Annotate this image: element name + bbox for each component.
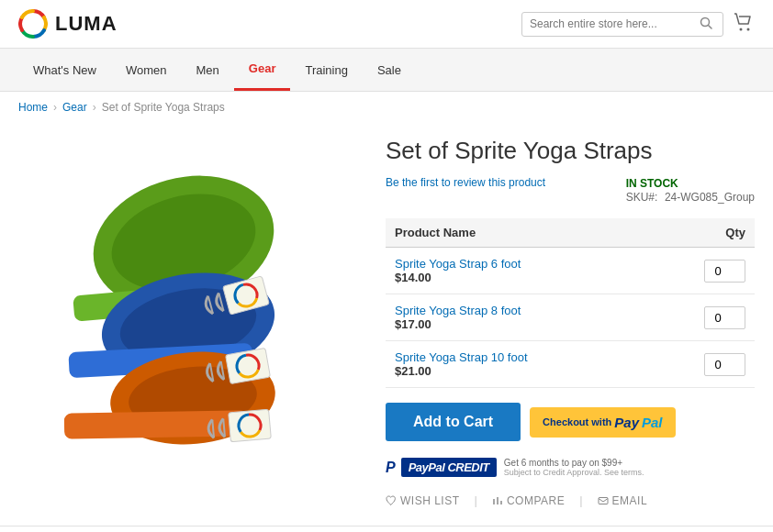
- review-link[interactable]: Be the first to review this product: [386, 176, 545, 189]
- navigation: What's New Women Men Gear Training Sale: [0, 49, 773, 92]
- action-buttons: Add to Cart Checkout with PayPal: [386, 403, 755, 441]
- product-name-cell-2: Sprite Yoga Strap 10 foot $21.00: [386, 341, 650, 388]
- cart-icon: [733, 11, 755, 33]
- logo[interactable]: LUMA: [18, 9, 118, 39]
- heart-icon: [386, 495, 397, 506]
- sku-value: 24-WG085_Group: [665, 191, 755, 204]
- wish-list-link[interactable]: WISH LIST: [386, 494, 460, 507]
- add-to-cart-button[interactable]: Add to Cart: [386, 403, 521, 441]
- search-button[interactable]: [700, 17, 712, 32]
- breadcrumb-current: Set of Sprite Yoga Straps: [102, 101, 225, 114]
- col-qty: Qty: [650, 218, 755, 248]
- qty-cell-2: [650, 341, 755, 388]
- paypal-credit-p-icon: P: [386, 460, 396, 476]
- svg-rect-29: [599, 497, 608, 504]
- product-title: Set of Sprite Yoga Straps: [386, 137, 755, 165]
- table-row: Sprite Yoga Strap 10 foot $21.00: [386, 341, 755, 388]
- email-label: EMAIL: [612, 494, 648, 507]
- product-image: [18, 132, 330, 462]
- cart-button[interactable]: [733, 11, 755, 38]
- svg-point-3: [740, 28, 743, 30]
- compare-icon: [492, 495, 503, 506]
- product-price-1: $17.00: [395, 317, 641, 331]
- paypal-credit-badge: PayPal CREDIT: [401, 458, 497, 477]
- nav-item-men[interactable]: Men: [182, 50, 234, 90]
- in-stock-badge: IN STOCK: [626, 177, 678, 190]
- product-name-link-2[interactable]: Sprite Yoga Strap 10 foot: [395, 350, 641, 364]
- paypal-checkout-button[interactable]: Checkout with PayPal: [530, 407, 675, 438]
- stock-sku-area: IN STOCK SKU#: 24-WG085_Group: [626, 176, 755, 204]
- product-name-link-0[interactable]: Sprite Yoga Strap 6 foot: [395, 257, 641, 271]
- header: LUMA: [0, 0, 773, 49]
- product-table: Product Name Qty Sprite Yoga Strap 6 foo…: [386, 218, 755, 388]
- breadcrumb-gear[interactable]: Gear: [62, 101, 87, 114]
- breadcrumb-sep-1: ›: [53, 101, 57, 114]
- header-right: [521, 11, 755, 38]
- sku-label: SKU#:: [626, 191, 658, 204]
- product-table-body: Sprite Yoga Strap 6 foot $14.00 Sprite Y…: [386, 248, 755, 388]
- product-info: Set of Sprite Yoga Straps Be the first t…: [386, 132, 755, 507]
- luma-logo-icon: [18, 9, 48, 39]
- breadcrumb-sep-2: ›: [93, 101, 96, 114]
- breadcrumb: Home › Gear › Set of Sprite Yoga Straps: [0, 92, 773, 123]
- email-icon: [598, 495, 609, 506]
- paypal-logo-2: Pal: [642, 415, 663, 430]
- svg-rect-18: [226, 348, 271, 383]
- table-header: Product Name Qty: [386, 218, 755, 248]
- paypal-credit-logo-area: P PayPal CREDIT: [386, 458, 497, 477]
- search-box: [521, 12, 723, 37]
- product-tabs: Details More Information Reviews: [0, 526, 773, 532]
- paypal-credit-text: Get 6 months to pay on $99+: [504, 458, 644, 468]
- col-product-name: Product Name: [386, 218, 650, 248]
- product-price-0: $14.00: [395, 271, 641, 284]
- breadcrumb-home[interactable]: Home: [18, 101, 48, 114]
- action-sep-1: |: [475, 493, 477, 507]
- table-row: Sprite Yoga Strap 6 foot $14.00: [386, 248, 755, 294]
- svg-point-4: [747, 28, 750, 30]
- compare-link[interactable]: COMPARE: [492, 494, 565, 507]
- paypal-credit-subtext: Subject to Credit Approval. See terms.: [504, 468, 644, 477]
- nav-item-women[interactable]: Women: [111, 50, 182, 90]
- qty-input-2[interactable]: [704, 353, 745, 376]
- main-content: Set of Sprite Yoga Straps Be the first t…: [0, 123, 773, 526]
- nav-item-whats-new[interactable]: What's New: [18, 50, 111, 90]
- compare-label: COMPARE: [507, 494, 565, 507]
- qty-cell-0: [650, 248, 755, 294]
- sku-row: SKU#: 24-WG085_Group: [626, 190, 755, 204]
- search-icon: [700, 17, 712, 29]
- checkout-with-label: Checkout with: [543, 416, 611, 427]
- product-name-link-1[interactable]: Sprite Yoga Strap 8 foot: [395, 304, 641, 317]
- svg-line-2: [709, 25, 712, 28]
- nav-item-gear[interactable]: Gear: [234, 49, 291, 91]
- paypal-credit-info: Get 6 months to pay on $99+ Subject to C…: [504, 458, 644, 477]
- product-image-area: [18, 132, 349, 507]
- action-sep-2: |: [579, 493, 582, 507]
- paypal-logo: Pay: [614, 415, 639, 430]
- product-name-cell-0: Sprite Yoga Strap 6 foot $14.00: [386, 248, 650, 294]
- product-actions: WISH LIST | COMPARE | EMAIL: [386, 493, 755, 507]
- nav-item-training[interactable]: Training: [290, 50, 362, 90]
- nav-item-sale[interactable]: Sale: [363, 50, 416, 90]
- product-name-cell-1: Sprite Yoga Strap 8 foot $17.00: [386, 294, 650, 341]
- qty-input-1[interactable]: [704, 306, 745, 329]
- wish-list-label: WISH LIST: [400, 494, 460, 507]
- stock-row: Be the first to review this product IN S…: [386, 176, 755, 204]
- table-row: Sprite Yoga Strap 8 foot $17.00: [386, 294, 755, 341]
- email-link[interactable]: EMAIL: [598, 494, 648, 507]
- qty-input-0[interactable]: [704, 260, 745, 283]
- logo-text: LUMA: [55, 12, 118, 36]
- search-input[interactable]: [530, 17, 700, 30]
- qty-cell-1: [650, 294, 755, 341]
- paypal-credit-section: P PayPal CREDIT Get 6 months to pay on $…: [386, 452, 755, 482]
- product-price-2: $21.00: [395, 364, 641, 378]
